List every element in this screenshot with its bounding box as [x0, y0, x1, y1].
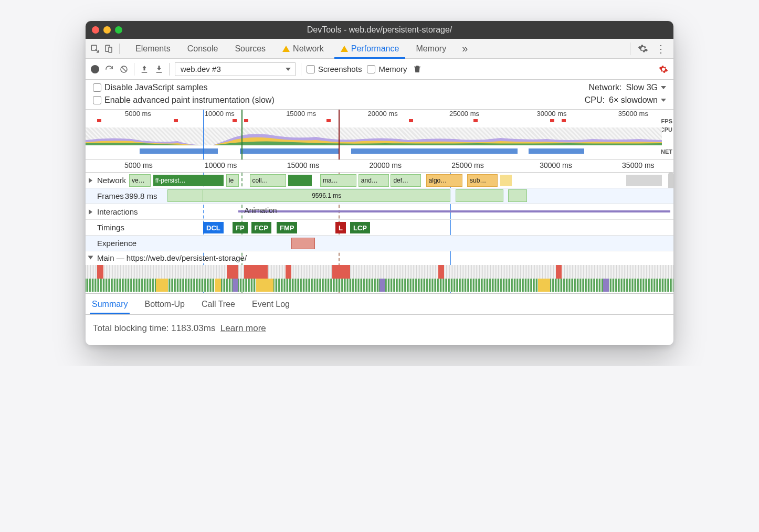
timing-marker-l[interactable]: L [335, 222, 346, 233]
checkbox-label: Enable advanced paint instrumentation (s… [104, 95, 275, 105]
network-chip[interactable]: def… [391, 175, 420, 186]
network-chip[interactable] [626, 175, 661, 186]
layout-shift-chip[interactable] [291, 238, 315, 249]
more-tabs-button[interactable]: » [455, 42, 475, 55]
interaction-bar[interactable] [238, 210, 670, 212]
frame-duration: 399.8 ms [125, 191, 157, 200]
timing-marker-dcl[interactable]: DCL [203, 222, 224, 233]
window-titlebar: DevTools - web.dev/persistent-storage/ [86, 21, 673, 39]
track-label[interactable]: Interactions [86, 204, 138, 219]
tab-memory[interactable]: Memory [407, 39, 455, 58]
tick-label: 30000 ms [536, 110, 566, 118]
network-chip[interactable]: and… [359, 175, 388, 186]
tick-label: 20000 ms [368, 110, 398, 118]
frame-chip[interactable] [168, 190, 203, 201]
track-label[interactable]: Main — https://web.dev/persistent-storag… [86, 253, 673, 262]
frames-track[interactable]: Frames 399.8 ms 9596.1 ms [86, 188, 673, 204]
network-chip[interactable] [288, 175, 312, 186]
warning-icon [341, 46, 348, 52]
save-profile-button[interactable] [154, 65, 164, 74]
screenshots-checkbox[interactable]: Screenshots [307, 65, 362, 73]
capture-settings-gear-icon[interactable] [659, 65, 668, 74]
zoom-window-button[interactable] [115, 26, 122, 34]
close-window-button[interactable] [92, 26, 99, 34]
network-chip[interactable] [500, 175, 512, 186]
tab-call-tree[interactable]: Call Tree [199, 294, 237, 314]
track-label[interactable]: Network [86, 173, 126, 188]
frame-chip[interactable] [456, 190, 503, 201]
interactions-track[interactable]: Interactions Animation [86, 204, 673, 220]
network-chip[interactable]: algo… [427, 175, 462, 186]
settings-gear-icon[interactable] [638, 44, 648, 54]
load-profile-button[interactable] [140, 65, 149, 74]
cpu-throttle-select[interactable]: CPU: 6× slowdown [585, 95, 666, 105]
timing-marker-fp[interactable]: FP [233, 222, 248, 233]
recording-select-value: web.dev #3 [181, 65, 221, 73]
network-chip[interactable]: ff-persist… [153, 175, 224, 186]
tick-label: 35000 ms [618, 110, 648, 118]
tab-bottom-up[interactable]: Bottom-Up [142, 294, 186, 314]
interaction-label: Animation [244, 206, 277, 215]
tick-label: 25000 ms [451, 161, 483, 169]
frame-chip[interactable]: 9596.1 ms [203, 190, 450, 201]
tick-label: 10000 ms [205, 161, 237, 169]
advanced-paint-checkbox[interactable]: Enable advanced paint instrumentation (s… [93, 95, 275, 105]
timing-marker-fcp[interactable]: FCP [251, 222, 271, 233]
timeline-overview[interactable]: 5000 ms 10000 ms 15000 ms 20000 ms 25000… [86, 110, 673, 160]
tracks-container: Network ve… ff-persist… le coll… ma… and… [86, 173, 673, 293]
chevron-right-icon [89, 178, 92, 183]
minimize-window-button[interactable] [103, 26, 111, 34]
network-chip[interactable]: sub… [468, 175, 497, 186]
recording-select[interactable]: web.dev #3 [175, 62, 296, 76]
tab-console[interactable]: Console [179, 39, 227, 58]
timing-marker-lcp[interactable]: LCP [350, 222, 370, 233]
tab-performance[interactable]: Performance [332, 39, 408, 58]
net-chart [107, 148, 662, 154]
main-thread-track[interactable]: Main — https://web.dev/persistent-storag… [86, 251, 673, 293]
timing-marker-fmp[interactable]: FMP [277, 222, 297, 233]
network-chip[interactable]: coll… [250, 175, 286, 186]
disable-js-samples-checkbox[interactable]: Disable JavaScript samples [93, 83, 208, 92]
learn-more-link[interactable]: Learn more [220, 323, 266, 333]
tab-summary[interactable]: Summary [90, 294, 130, 314]
experience-track[interactable]: Experience [86, 236, 673, 251]
network-track[interactable]: Network ve… ff-persist… le coll… ma… and… [86, 173, 673, 188]
overview-side-labels: FPS CPU NET [660, 117, 672, 156]
tab-network[interactable]: Network [274, 39, 332, 58]
network-chip[interactable]: le [227, 175, 238, 186]
kebab-menu-icon[interactable]: ⋮ [656, 44, 666, 54]
reload-record-button[interactable] [104, 65, 114, 74]
clear-button[interactable] [119, 65, 129, 74]
gc-trash-button[interactable] [413, 65, 422, 74]
flamechart-ruler[interactable]: 5000 ms 10000 ms 15000 ms 20000 ms 25000… [86, 160, 673, 173]
tab-label: Performance [351, 44, 399, 54]
inspect-element-icon[interactable] [90, 44, 100, 54]
checkbox-icon [93, 83, 101, 92]
tab-sources[interactable]: Sources [226, 39, 274, 58]
network-chip[interactable]: ve… [130, 175, 150, 186]
cpu-chart [86, 127, 662, 145]
divider [134, 63, 134, 76]
detail-tabs: Summary Bottom-Up Call Tree Event Log [86, 293, 673, 314]
memory-checkbox[interactable]: Memory [367, 65, 407, 73]
select-label: CPU: [585, 95, 605, 105]
timings-track[interactable]: Timings DCL FP FCP FMP L LCP [86, 220, 673, 236]
device-toolbar-icon[interactable] [103, 44, 114, 54]
track-label[interactable]: Frames 399.8 ms [86, 188, 157, 204]
select-label: Network: [588, 83, 621, 92]
warning-icon [282, 46, 290, 52]
record-button[interactable] [91, 65, 99, 73]
tick-label: 15000 ms [287, 161, 319, 169]
frame-chip[interactable] [509, 190, 526, 201]
flame-chart[interactable] [86, 265, 673, 292]
tick-label: 15000 ms [286, 110, 316, 118]
network-chip[interactable]: ma… [321, 175, 356, 186]
tab-label: Network [293, 44, 324, 54]
tick-label: 30000 ms [540, 161, 572, 169]
tab-event-log[interactable]: Event Log [250, 294, 292, 314]
tab-elements[interactable]: Elements [127, 39, 179, 58]
network-throttle-select[interactable]: Network: Slow 3G [588, 83, 666, 92]
select-value: 6× slowdown [609, 95, 666, 105]
checkbox-label: Disable JavaScript samples [104, 83, 208, 92]
tick-label: 25000 ms [449, 110, 479, 118]
